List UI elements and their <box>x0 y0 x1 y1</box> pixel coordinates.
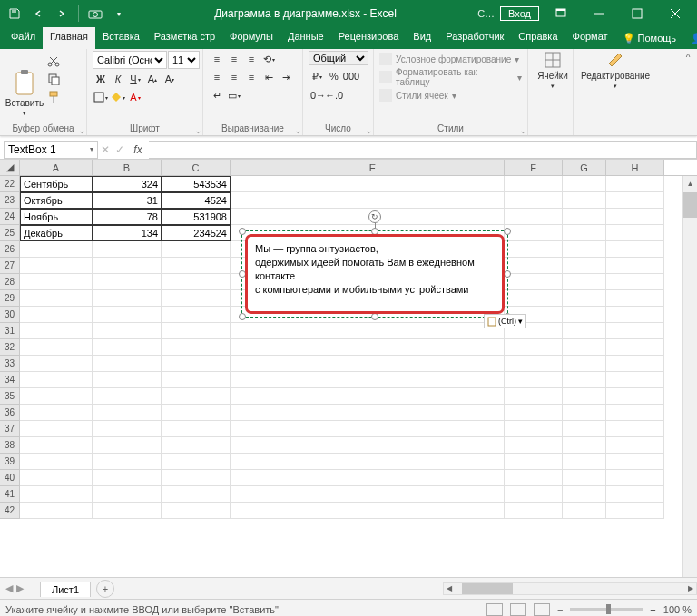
name-box[interactable]: TextBox 1▾ <box>4 141 98 159</box>
zoom-value[interactable]: 100 % <box>663 604 692 615</box>
align-middle-icon[interactable]: ≡ <box>226 51 242 67</box>
tab-file[interactable]: Файл <box>4 27 43 49</box>
qat-more-icon[interactable]: ▾ <box>112 6 126 21</box>
enter-icon[interactable]: ✓ <box>113 143 127 156</box>
grid[interactable]: ◢ A B C E F G H 22 Сентябрь 324 543534 2… <box>0 160 697 577</box>
conditional-formatting[interactable]: Условное форматирование ▾ <box>379 53 522 65</box>
align-right-icon[interactable]: ≡ <box>243 69 260 85</box>
minimize-button[interactable] <box>583 1 615 26</box>
tab-layout[interactable]: Разметка стр <box>147 27 222 49</box>
tab-formulas[interactable]: Формулы <box>222 27 280 49</box>
col-F[interactable]: F <box>505 160 563 175</box>
wrap-text-icon[interactable]: ↵ <box>209 87 225 103</box>
table-row[interactable]: 42 <box>0 503 697 519</box>
table-row[interactable]: 31 <box>0 323 697 339</box>
tab-view[interactable]: Вид <box>406 27 438 49</box>
horizontal-scrollbar[interactable]: ◀▶ <box>443 582 697 595</box>
decrease-decimal-icon[interactable]: ←.0 <box>326 87 342 103</box>
zoom-in-icon[interactable]: + <box>650 604 655 615</box>
table-row[interactable]: 38 <box>0 437 697 454</box>
table-row[interactable]: 41 <box>0 486 697 503</box>
table-row[interactable]: 24 Ноябрь 78 531908 <box>0 209 697 225</box>
select-all[interactable]: ◢ <box>0 160 20 175</box>
merge-cells-icon[interactable]: ▭▾ <box>226 87 242 103</box>
col-B[interactable]: B <box>93 160 162 175</box>
table-row[interactable]: 34 <box>0 372 697 388</box>
table-row[interactable]: 36 <box>0 405 697 421</box>
borders-button[interactable]: ▾ <box>93 89 109 105</box>
col-G[interactable]: G <box>563 160 606 175</box>
close-button[interactable] <box>659 1 692 26</box>
table-row[interactable]: 37 <box>0 421 697 437</box>
zoom-slider[interactable] <box>570 608 643 611</box>
login-button[interactable]: Вход <box>500 6 539 21</box>
table-row[interactable]: 40 <box>0 470 697 486</box>
collapse-ribbon-icon[interactable]: ^ <box>686 53 691 63</box>
col-C[interactable]: C <box>162 160 231 175</box>
cut-icon[interactable] <box>47 54 62 69</box>
indent-decr-icon[interactable]: ⇤ <box>260 69 277 85</box>
col-D[interactable] <box>231 160 241 175</box>
font-size[interactable]: 11 <box>168 51 200 69</box>
table-row[interactable]: 33 <box>0 356 697 372</box>
sheet-prev-icon[interactable]: ◀ <box>5 582 13 594</box>
bold-button[interactable]: Ж <box>93 71 109 87</box>
table-row[interactable]: 39 <box>0 454 697 470</box>
paste-options[interactable]: (Ctrl) ▾ <box>484 314 526 328</box>
col-A[interactable]: A <box>20 160 93 175</box>
underline-button[interactable]: Ч▾ <box>127 71 143 87</box>
copy-icon[interactable] <box>47 73 62 87</box>
vertical-scrollbar[interactable]: ▲ <box>682 176 697 577</box>
tell-me[interactable]: 💡 Помощь <box>615 27 684 49</box>
formula-input[interactable] <box>149 141 697 159</box>
new-sheet-button[interactable]: + <box>96 580 114 598</box>
camera-icon[interactable] <box>88 6 103 21</box>
comma-icon[interactable]: 000 <box>343 68 359 84</box>
cancel-icon[interactable]: ✕ <box>98 143 113 156</box>
page-break-view-icon[interactable] <box>534 603 550 616</box>
tab-home[interactable]: Главная <box>43 27 95 49</box>
align-center-icon[interactable]: ≡ <box>226 69 242 85</box>
align-top-icon[interactable]: ≡ <box>209 51 225 67</box>
zoom-out-icon[interactable]: − <box>557 604 563 615</box>
decrease-font-icon[interactable]: A▾ <box>162 71 178 87</box>
tab-developer[interactable]: Разработчик <box>438 27 511 49</box>
ribbon-display-icon[interactable] <box>545 1 577 26</box>
maximize-button[interactable] <box>621 1 653 26</box>
increase-decimal-icon[interactable]: .0→ <box>309 87 325 103</box>
font-color-button[interactable]: A▾ <box>127 89 143 105</box>
tab-data[interactable]: Данные <box>280 27 331 49</box>
sheet-tab[interactable]: Лист1 <box>40 582 91 597</box>
orientation-icon[interactable]: ⟲▾ <box>260 51 277 67</box>
textbox-object[interactable]: ↻ Мы — группа энтузиастов, одержимых иде… <box>245 234 505 314</box>
increase-font-icon[interactable]: A▴ <box>144 71 161 87</box>
cell-styles[interactable]: Стили ячеек ▾ <box>379 89 522 102</box>
format-painter-icon[interactable] <box>47 91 62 105</box>
format-as-table[interactable]: Форматировать как таблицу ▾ <box>379 67 522 87</box>
currency-icon[interactable]: ₽▾ <box>309 68 325 84</box>
redo-icon[interactable] <box>54 6 69 21</box>
normal-view-icon[interactable] <box>486 603 503 616</box>
number-format[interactable]: Общий <box>309 51 368 65</box>
align-left-icon[interactable]: ≡ <box>209 69 225 85</box>
table-row[interactable]: 22 Сентябрь 324 543534 <box>0 176 697 192</box>
save-icon[interactable] <box>7 6 22 21</box>
col-H[interactable]: H <box>606 160 664 175</box>
tab-insert[interactable]: Вставка <box>95 27 147 49</box>
table-row[interactable]: 32 <box>0 339 697 356</box>
table-row[interactable]: 23 Октябрь 31 4524 <box>0 192 697 209</box>
indent-incr-icon[interactable]: ⇥ <box>278 69 294 85</box>
share-button[interactable]: 👤 Поделиться <box>683 27 697 49</box>
percent-icon[interactable]: % <box>326 68 342 84</box>
fill-color-button[interactable]: ▾ <box>110 89 126 105</box>
undo-icon[interactable] <box>31 6 45 21</box>
align-bottom-icon[interactable]: ≡ <box>243 51 260 67</box>
page-layout-view-icon[interactable] <box>510 603 526 616</box>
table-row[interactable]: 35 <box>0 388 697 405</box>
insert-function-icon[interactable]: fx <box>127 143 149 156</box>
italic-button[interactable]: К <box>110 71 126 87</box>
tab-help[interactable]: Справка <box>511 27 564 49</box>
editing-button[interactable]: Редактирование▾ <box>579 51 652 90</box>
rotate-handle-icon[interactable]: ↻ <box>368 210 381 223</box>
textbox-content[interactable]: Мы — группа энтузиастов, одержимых идеей… <box>245 234 505 314</box>
